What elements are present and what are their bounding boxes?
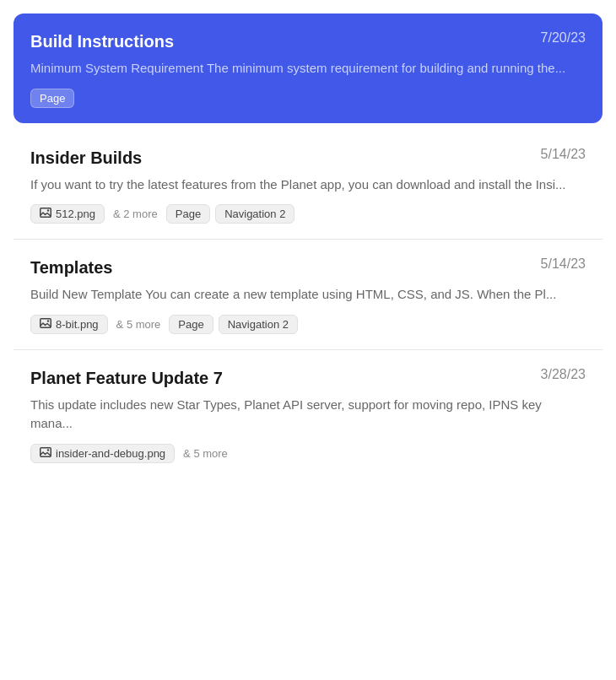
image-icon — [40, 318, 51, 328]
tag-label-text: Page — [176, 208, 201, 220]
tag-label-text: Navigation 2 — [228, 318, 289, 331]
image-icon — [40, 208, 51, 218]
card-description-templates: Build New Template You can create a new … — [30, 285, 586, 305]
card-title-build-instructions: Build Instructions — [30, 30, 174, 52]
card-tags-templates: 8-bit.png& 5 morePageNavigation 2 — [30, 315, 586, 334]
image-icon — [40, 447, 51, 457]
card-header-insider-builds: Insider Builds5/14/23 — [30, 147, 586, 169]
card-list: Build Instructions7/20/23Minimum System … — [14, 13, 602, 478]
card-title-templates: Templates — [30, 256, 112, 278]
card-tags-planet-feature-update-7: insider-and-debug.png& 5 more — [30, 444, 586, 463]
card-date-insider-builds: 5/14/23 — [541, 147, 586, 162]
svg-point-5 — [47, 449, 49, 451]
tag-label-text: Navigation 2 — [224, 208, 285, 220]
tag-more: & 2 more — [110, 205, 161, 223]
svg-rect-0 — [41, 208, 51, 218]
card-description-insider-builds: If you want to try the latest features f… — [30, 175, 586, 195]
card-planet-feature-update-7[interactable]: Planet Feature Update 73/28/23This updat… — [14, 350, 602, 478]
svg-rect-2 — [41, 318, 51, 327]
tag-label[interactable]: Page — [30, 89, 74, 108]
image-icon — [40, 447, 51, 460]
card-tags-build-instructions: Page — [30, 89, 586, 108]
tag-file[interactable]: 8-bit.png — [30, 315, 108, 334]
tag-label[interactable]: Navigation 2 — [219, 315, 298, 334]
svg-point-3 — [47, 320, 49, 321]
card-date-planet-feature-update-7: 3/28/23 — [541, 367, 586, 382]
tag-label[interactable]: Page — [169, 315, 213, 334]
tag-file[interactable]: 512.png — [30, 204, 105, 224]
card-header-build-instructions: Build Instructions7/20/23 — [30, 30, 586, 52]
card-date-build-instructions: 7/20/23 — [541, 30, 586, 46]
tag-label-text: insider-and-debug.png — [56, 447, 165, 460]
card-build-instructions[interactable]: Build Instructions7/20/23Minimum System … — [14, 13, 602, 123]
tag-more: & 5 more — [180, 445, 231, 462]
card-title-insider-builds: Insider Builds — [30, 147, 142, 169]
card-title-planet-feature-update-7: Planet Feature Update 7 — [30, 367, 223, 389]
tag-label-text: 8-bit.png — [56, 318, 99, 331]
card-description-planet-feature-update-7: This update includes new Star Types, Pla… — [30, 396, 586, 434]
card-templates[interactable]: Templates5/14/23Build New Template You c… — [14, 240, 602, 350]
tag-label[interactable]: Page — [166, 204, 210, 224]
image-icon — [40, 208, 51, 220]
tag-more: & 5 more — [113, 316, 165, 333]
card-description-build-instructions: Minimum System Requirement The minimum s… — [30, 59, 586, 78]
tag-file[interactable]: insider-and-debug.png — [30, 444, 175, 463]
tag-label-text: Page — [40, 92, 65, 105]
svg-rect-4 — [41, 447, 51, 456]
card-header-planet-feature-update-7: Planet Feature Update 73/28/23 — [30, 367, 586, 389]
card-date-templates: 5/14/23 — [541, 256, 586, 272]
card-tags-insider-builds: 512.png& 2 morePageNavigation 2 — [30, 204, 586, 224]
card-insider-builds[interactable]: Insider Builds5/14/23If you want to try … — [14, 130, 602, 240]
card-header-templates: Templates5/14/23 — [30, 256, 586, 278]
tag-label-text: Page — [178, 318, 203, 331]
image-icon — [40, 318, 51, 331]
tag-label-text: 512.png — [56, 208, 95, 220]
tag-label[interactable]: Navigation 2 — [215, 204, 294, 224]
svg-point-1 — [47, 209, 49, 211]
